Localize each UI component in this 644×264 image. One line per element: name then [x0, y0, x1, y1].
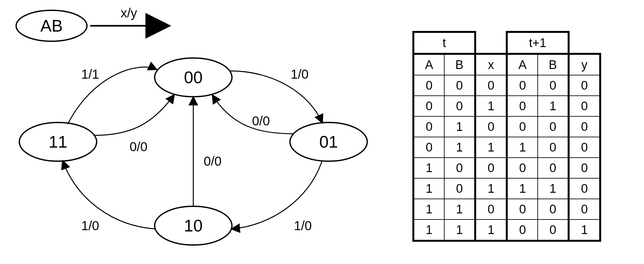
table-cell: 1: [444, 199, 475, 220]
table-cell: 0: [475, 75, 507, 96]
table-cell: 0: [569, 96, 600, 116]
table-row: 011100: [413, 137, 600, 158]
edge-11-to-00-top-label: 1/1: [81, 67, 99, 81]
table-cell: 1: [444, 137, 475, 158]
table-row: 111001: [413, 220, 600, 241]
table-row: 000000: [413, 75, 600, 96]
edge-10-to-11-label: 1/0: [81, 219, 99, 233]
table-cell: 0: [444, 75, 475, 96]
legend-edge-label: x/y: [120, 6, 137, 20]
state-diagram: AB x/y 00 01 10 11 1/1 0/0 1/0: [0, 0, 387, 264]
table-cell: 0: [538, 116, 569, 137]
table-cell: 1: [413, 178, 444, 199]
edge-10-to-00-label: 0/0: [204, 154, 222, 168]
table-row: 010000: [413, 116, 600, 137]
table-cell: 0: [475, 116, 507, 137]
table-cell: 0: [444, 178, 475, 199]
table-cell: 1: [444, 220, 475, 241]
table-row: 001010: [413, 96, 600, 116]
state-00-label: 00: [184, 68, 203, 87]
edge-01-to-00-label: 0/0: [252, 114, 270, 128]
table-cell: 0: [538, 137, 569, 158]
hdr-x: x: [475, 54, 507, 75]
table-group-header: t t+1: [413, 32, 600, 54]
table-cell: 1: [475, 96, 507, 116]
edge-11-to-00-inner-label: 0/0: [130, 140, 148, 154]
table-cell: 0: [538, 158, 569, 178]
table-column-header: A B x A B y: [413, 54, 600, 75]
table-cell: 1: [413, 199, 444, 220]
state-00: 00: [155, 58, 232, 97]
table-cell: 1: [538, 96, 569, 116]
table-cell: 0: [538, 220, 569, 241]
table-cell: 1: [475, 178, 507, 199]
table-cell: 0: [475, 158, 507, 178]
table-cell: 1: [475, 220, 507, 241]
hdr-y: y: [569, 54, 600, 75]
table-cell: 1: [444, 116, 475, 137]
table-cell: 1: [507, 137, 538, 158]
table-cell: 0: [413, 116, 444, 137]
table-cell: 0: [507, 96, 538, 116]
table-cell: 1: [569, 220, 600, 241]
table-cell: 1: [507, 178, 538, 199]
edge-11-to-00-inner: [93, 95, 174, 135]
table-cell: 0: [413, 137, 444, 158]
table-cell: 0: [475, 199, 507, 220]
table-cell: 1: [413, 220, 444, 241]
table-cell: 0: [569, 137, 600, 158]
edge-10-to-11: [63, 161, 155, 229]
state-11-label: 11: [49, 132, 67, 151]
table-row: 101110: [413, 178, 600, 199]
edge-01-to-10-label: 1/0: [294, 219, 312, 233]
edge-00-to-01-label: 1/0: [291, 67, 309, 81]
table-cell: 0: [538, 199, 569, 220]
table-cell: 1: [475, 137, 507, 158]
hdr-B-t: B: [444, 54, 475, 75]
table-cell: 0: [569, 116, 600, 137]
state-11: 11: [19, 122, 97, 161]
table-row: 110000: [413, 199, 600, 220]
col-group-t-plus-1: t+1: [507, 32, 569, 54]
state-10-label: 10: [184, 216, 203, 235]
state-01-label: 01: [319, 132, 338, 151]
table-cell: 1: [538, 178, 569, 199]
table-cell: 0: [507, 199, 538, 220]
table-cell: 0: [569, 199, 600, 220]
table-cell: 0: [444, 96, 475, 116]
table-cell: 0: [507, 116, 538, 137]
table-body: 0000000010100100000111001000001011101100…: [413, 75, 600, 241]
table-cell: 0: [507, 75, 538, 96]
table-cell: 1: [413, 158, 444, 178]
table-cell: 0: [538, 75, 569, 96]
table-row: 100000: [413, 158, 600, 178]
table-cell: 0: [413, 96, 444, 116]
hdr-B-tp1: B: [538, 54, 569, 75]
table-cell: 0: [507, 158, 538, 178]
hdr-A-tp1: A: [507, 54, 538, 75]
transition-table: t t+1 A B x A B y 0000000010100100000111…: [412, 31, 601, 242]
table-cell: 0: [413, 75, 444, 96]
table-cell: 0: [569, 178, 600, 199]
table-cell: 0: [569, 75, 600, 96]
legend: AB x/y: [16, 6, 168, 41]
state-10: 10: [155, 206, 232, 245]
table-cell: 0: [444, 158, 475, 178]
figure-container: AB x/y 00 01 10 11 1/1 0/0 1/0: [0, 0, 644, 264]
col-group-t: t: [413, 32, 475, 54]
state-01: 01: [290, 122, 367, 161]
table-cell: 0: [507, 220, 538, 241]
table-cell: 0: [569, 158, 600, 178]
hdr-A-t: A: [413, 54, 444, 75]
legend-state-label: AB: [40, 16, 62, 35]
